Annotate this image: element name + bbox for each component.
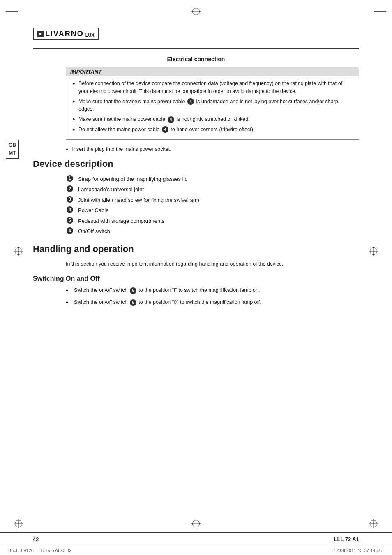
- print-date: 12.09.2011 13:37:14 Uhr: [334, 548, 384, 553]
- device-num-4: 4: [67, 206, 73, 213]
- logo-icon: ■: [37, 31, 44, 37]
- handling-operation-section: Handling and operation In this section y…: [33, 244, 359, 306]
- circle-6-s2: 6: [130, 299, 136, 306]
- handling-intro: In this section you receive important in…: [66, 260, 359, 268]
- logo-suffix: LUX: [85, 32, 95, 37]
- product-code: LLL 72 A1: [334, 536, 359, 542]
- switch-bullet-2: Switch the on/off switch 6 to the positi…: [66, 298, 359, 306]
- device-text-5: Pedestal with storage compartments: [78, 217, 164, 225]
- device-item-1: 1 Strap for opening of the magnifying gl…: [66, 175, 359, 183]
- handling-operation-title: Handling and operation: [33, 244, 359, 254]
- top-registration-area: [0, 0, 392, 23]
- important-bullet-2: Make sure that the device's mains power …: [72, 98, 353, 113]
- electrical-connection-title: Electrical connection: [33, 56, 359, 62]
- circle-4-b3: 4: [168, 116, 174, 123]
- circle-4-b2: 4: [187, 98, 194, 105]
- device-num-5: 5: [67, 217, 73, 224]
- device-description-section: Device description 1 Strap for opening o…: [33, 159, 359, 236]
- important-bullet-3: Make sure that the mains power cable 4 i…: [72, 116, 353, 123]
- page: GB MT ■ LIVARNO LUX Electrical co: [0, 0, 392, 555]
- device-description-title: Device description: [33, 159, 359, 169]
- switch-bullet-1: Switch the on/off switch 6 to the positi…: [66, 287, 359, 294]
- bottom-bar: 42 LLL 72 A1 Buch_69126_LB5.indb Abs3:42…: [0, 516, 392, 555]
- insert-line: Insert the plug into the mains power soc…: [33, 146, 359, 152]
- bottom-center-crosshair: [191, 519, 201, 528]
- device-list: 1 Strap for opening of the magnifying gl…: [66, 175, 359, 236]
- device-text-1: Strap for opening of the magnifying glas…: [78, 175, 188, 183]
- print-footer: Buch_69126_LB5.indb Abs3:42 12.09.2011 1…: [0, 546, 392, 555]
- page-number: 42: [33, 536, 39, 542]
- device-item-3: 3 Joint with allen head screw for fixing…: [66, 196, 359, 204]
- bottom-crosshair-area: [0, 516, 392, 532]
- top-crosshair: [191, 7, 201, 16]
- device-text-6: On/Off switch: [78, 227, 110, 236]
- device-text-2: Lampshade's universal joint: [78, 185, 144, 194]
- device-num-1: 1: [67, 175, 73, 182]
- electrical-connection-section: Electrical connection IMPORTANT Before c…: [33, 56, 359, 152]
- logo: ■ LIVARNO LUX: [33, 28, 99, 40]
- circle-6-s1: 6: [130, 287, 136, 294]
- device-item-4: 4 Power Cable: [66, 206, 359, 215]
- device-num-3: 3: [67, 196, 73, 203]
- circle-4-b4: 4: [162, 126, 168, 133]
- important-box: IMPORTANT Before connection of the devic…: [66, 67, 359, 140]
- device-num-2: 2: [67, 185, 73, 192]
- device-text-3: Joint with allen head screw for fixing t…: [78, 196, 199, 204]
- switching-section: Switching On and Off Switch the on/off s…: [33, 275, 359, 306]
- device-num-6: 6: [67, 227, 73, 234]
- print-info: Buch_69126_LB5.indb Abs3:42: [8, 548, 71, 553]
- device-text-4: Power Cable: [78, 206, 108, 215]
- left-bottom-crosshair: [14, 519, 23, 528]
- important-bullet-4: Do not allow the mains power cable 4 to …: [72, 126, 353, 134]
- important-bullet-1: Before connection of the device compare …: [72, 80, 353, 95]
- right-reg-hline: [374, 11, 386, 12]
- switching-title: Switching On and Off: [33, 275, 359, 282]
- important-body: Before connection of the device compare …: [66, 76, 359, 139]
- logo-area: ■ LIVARNO LUX: [33, 23, 359, 49]
- important-bullet-list: Before connection of the device compare …: [72, 80, 353, 134]
- switch-list: Switch the on/off switch 6 to the positi…: [66, 287, 359, 306]
- logo-brand: LIVARNO: [45, 30, 84, 38]
- left-reg-hline: [6, 11, 18, 12]
- device-item-2: 2 Lampshade's universal joint: [66, 185, 359, 194]
- main-content: ■ LIVARNO LUX Electrical connection IMPO…: [0, 23, 392, 306]
- device-item-6: 6 On/Off switch: [66, 227, 359, 236]
- device-item-5: 5 Pedestal with storage compartments: [66, 217, 359, 225]
- important-header: IMPORTANT: [66, 67, 359, 76]
- page-footer: 42 LLL 72 A1: [0, 532, 392, 546]
- right-bottom-crosshair: [369, 519, 378, 528]
